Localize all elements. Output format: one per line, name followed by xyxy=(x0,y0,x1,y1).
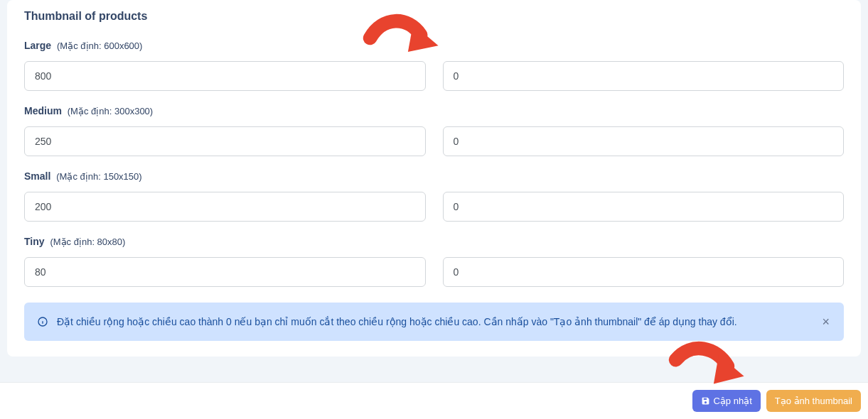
close-icon: × xyxy=(822,315,830,329)
generate-thumbnail-button[interactable]: Tạo ảnh thumbnail xyxy=(766,390,861,412)
label-small-name: Small xyxy=(24,170,50,182)
label-large-hint: (Mặc định: 600x600) xyxy=(57,40,142,51)
label-small: Small (Mặc định: 150x150) xyxy=(24,170,844,182)
row-small xyxy=(24,192,844,222)
label-large-name: Large xyxy=(24,40,51,51)
small-height-input[interactable] xyxy=(443,192,845,222)
row-large xyxy=(24,61,844,91)
small-width-input[interactable] xyxy=(24,192,426,222)
alert-close-button[interactable]: × xyxy=(819,312,832,331)
update-button-label: Cập nhật xyxy=(713,396,751,406)
footer-action-bar: Cập nhật Tạo ảnh thumbnail xyxy=(0,382,868,419)
section-title: Thumbnail of products xyxy=(24,0,844,26)
label-tiny-name: Tiny xyxy=(24,236,45,247)
label-tiny-hint: (Mặc định: 80x80) xyxy=(50,236,125,247)
info-icon xyxy=(37,316,48,327)
large-width-input[interactable] xyxy=(24,61,426,91)
label-medium-hint: (Mặc định: 300x300) xyxy=(68,106,153,116)
generate-thumbnail-label: Tạo ảnh thumbnail xyxy=(775,396,852,406)
tiny-width-input[interactable] xyxy=(24,257,426,287)
update-button[interactable]: Cập nhật xyxy=(692,390,760,412)
info-alert: Đặt chiều rộng hoặc chiều cao thành 0 nế… xyxy=(24,303,844,341)
medium-width-input[interactable] xyxy=(24,126,426,156)
label-small-hint: (Mặc định: 150x150) xyxy=(56,171,141,182)
save-icon xyxy=(701,396,710,406)
alert-message: Đặt chiều rộng hoặc chiều cao thành 0 nế… xyxy=(57,315,810,330)
label-medium: Medium (Mặc định: 300x300) xyxy=(24,105,844,116)
label-medium-name: Medium xyxy=(24,105,62,116)
thumbnail-settings-card: Thumbnail of products Large (Mặc định: 6… xyxy=(7,0,861,357)
svg-marker-4 xyxy=(714,355,744,384)
label-tiny: Tiny (Mặc định: 80x80) xyxy=(24,236,844,247)
label-large: Large (Mặc định: 600x600) xyxy=(24,40,844,51)
row-tiny xyxy=(24,257,844,287)
medium-height-input[interactable] xyxy=(443,126,845,156)
tiny-height-input[interactable] xyxy=(443,257,845,287)
large-height-input[interactable] xyxy=(443,61,845,91)
row-medium xyxy=(24,126,844,156)
